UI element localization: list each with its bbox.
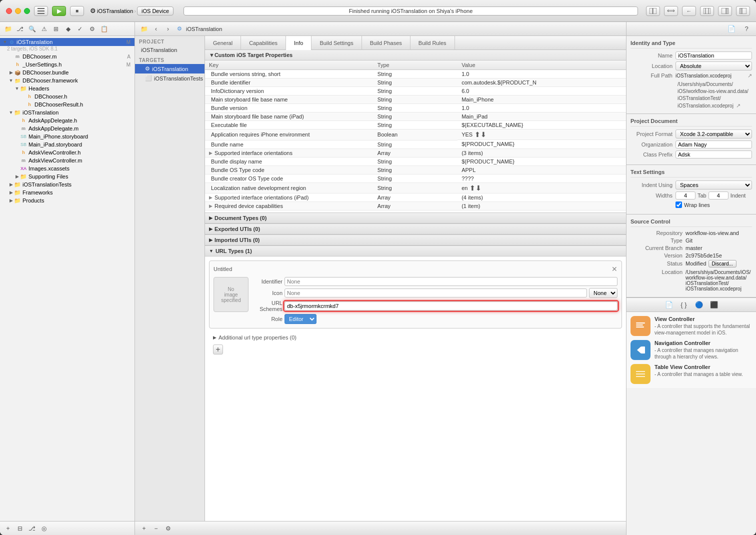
table-row[interactable]: Bundle creator OS Type code String ???? (205, 174, 626, 182)
wrap-checkbox[interactable] (676, 202, 682, 208)
close-button[interactable] (6, 8, 12, 14)
plist-section-header[interactable]: ▼ Custom iOS Target Properties (205, 50, 626, 60)
table-row[interactable]: InfoDictionary version String 6.0 (205, 87, 626, 96)
url-image-box[interactable]: No image specified (214, 277, 248, 312)
prop-value-4[interactable]: 1.0 (458, 104, 626, 112)
back-button[interactable]: ← (682, 6, 696, 16)
role-select[interactable]: Editor Viewer None (284, 314, 316, 324)
url-schemes-input[interactable] (284, 302, 618, 310)
remove-bottom-button[interactable]: − (151, 524, 161, 533)
prop-value-2[interactable]: 6.0 (458, 87, 626, 96)
prop-value-1[interactable]: com.autodesk.${PRODUCT_N (458, 78, 626, 87)
tree-item-root[interactable]: ⚙ iOSTranslation M (0, 38, 134, 46)
prop-value-0[interactable]: 1.0 (458, 70, 626, 78)
target-iostranslation[interactable]: ⚙ iOSTranslation (135, 64, 204, 74)
forward-nav-button[interactable]: › (163, 24, 173, 34)
rs-tab-quick-help[interactable]: ? (741, 24, 752, 34)
sidebar-toggle-button[interactable] (34, 6, 48, 16)
name-input[interactable] (676, 52, 752, 60)
debug-nav[interactable]: ⚙ (87, 24, 97, 34)
org-input[interactable] (676, 140, 752, 148)
rs-tab-file[interactable]: 📄 (726, 24, 737, 34)
minimize-button[interactable] (15, 8, 21, 14)
tree-item-dbchooserm[interactable]: m DBChooser.m A (0, 52, 134, 60)
prop-value-8[interactable]: ${PRODUCT_NAME} (458, 140, 626, 148)
add-bottom-button[interactable]: + (139, 524, 149, 533)
prefix-input[interactable] (676, 150, 752, 158)
tree-item-dbchooserresult[interactable]: h DBChooserResult.h (0, 100, 134, 108)
tab-build-phases[interactable]: Build Phases (362, 36, 410, 50)
library-tab-code[interactable]: { } (678, 300, 690, 310)
imported-utis-header[interactable]: ▶ Imported UTIs (0) (205, 234, 626, 246)
table-row[interactable]: Bundle OS Type code String APPL (205, 166, 626, 174)
prop-expand-14[interactable]: ▶ (209, 195, 212, 200)
table-row[interactable]: Bundle versions string, short String 1.0 (205, 70, 626, 78)
filter-button[interactable]: ⊟ (15, 524, 25, 533)
reveal-icon-2[interactable]: ↗ (736, 102, 740, 108)
tree-item-adskviewcontroller-h[interactable]: h AdskViewController.h (0, 148, 134, 156)
tree-item-iostranslationtests[interactable]: 📁 iOSTranslationTests (0, 180, 134, 188)
add-file-button[interactable]: + (3, 524, 13, 533)
location-select[interactable]: Absolute Relative (676, 62, 752, 70)
project-nav-iostranslation[interactable]: iOSTranslation (135, 46, 204, 54)
prop-value-10[interactable]: ${PRODUCT_NAME} (458, 157, 626, 166)
tab-build-settings[interactable]: Build Settings (312, 36, 362, 50)
warning-nav[interactable]: ⚠ (39, 24, 49, 34)
tree-item-usersettings[interactable]: h _UserSettings.h M (0, 60, 134, 68)
discard-button[interactable]: Discard... (708, 260, 736, 268)
tree-item-iostranslation-folder[interactable]: 📁 iOSTranslation (0, 108, 134, 116)
tree-item-adskappdelegate-h[interactable]: h AdskAppDelegate.h (0, 116, 134, 124)
reveal-button[interactable]: ◎ (39, 524, 49, 533)
table-row[interactable]: ▶Supported interface orientations (iPad)… (205, 194, 626, 202)
url-types-header[interactable]: ▼ URL Types (1) (205, 246, 626, 256)
prop-expand-9[interactable]: ▶ (209, 150, 212, 156)
folder-icon-nav[interactable]: 📁 (3, 24, 13, 34)
tree-item-xcassets[interactable]: XA Images.xcassets (0, 164, 134, 172)
format-select[interactable]: Xcode 3.2-compatible (676, 130, 752, 138)
utilities-button[interactable] (736, 6, 750, 16)
tab-info[interactable]: Info (286, 36, 312, 50)
tree-item-adskviewcontroller-m[interactable]: m AdskViewController.m (0, 156, 134, 164)
tab-general[interactable]: General (205, 36, 241, 50)
prop-value-5[interactable]: Main_iPad (458, 112, 626, 121)
prop-value-3[interactable]: Main_iPhone (458, 96, 626, 104)
icon-input[interactable] (284, 288, 587, 298)
reveal-icon[interactable]: ↗ (748, 72, 752, 79)
tab-build-rules[interactable]: Build Rules (410, 36, 455, 50)
table-row[interactable]: ▶Supported interface orientations Array … (205, 148, 626, 157)
doc-types-header[interactable]: ▶ Document Types (0) (205, 212, 626, 224)
prop-value-7[interactable]: YES ⬆⬇ (458, 130, 626, 140)
prop-value-6[interactable]: ${EXECUTABLE_NAME} (458, 121, 626, 130)
table-row[interactable]: Bundle name String ${PRODUCT_NAME} (205, 140, 626, 148)
editor-toggle-button[interactable] (646, 6, 660, 16)
tree-item-frameworks[interactable]: 📁 Frameworks (0, 188, 134, 196)
identifier-input[interactable] (284, 277, 618, 286)
tree-item-headers[interactable]: 📁 Headers (0, 84, 134, 92)
table-row[interactable]: ▶Required device capabilities Array (1 i… (205, 202, 626, 210)
stop-button[interactable]: ■ (70, 6, 84, 16)
additional-props[interactable]: ▶ Additional url type properties (0) (209, 332, 622, 342)
tab-width-input[interactable] (676, 192, 696, 200)
test-nav[interactable]: ✓ (75, 24, 85, 34)
scm-button[interactable]: ⎇ (27, 524, 37, 533)
target-iostranslationtests[interactable]: ⬜ iOSTranslationTests (135, 74, 204, 83)
tree-item-adskappdelegate-m[interactable]: m AdskAppDelegate.m (0, 124, 134, 132)
tree-item-dbchooserh[interactable]: h DBChooser.h (0, 92, 134, 100)
library-tab-file[interactable]: 📄 (664, 300, 674, 310)
indent-using-select[interactable]: Spaces Tabs (676, 180, 752, 190)
tree-item-dbchooserfw[interactable]: 📁 DBChooser.framework (0, 76, 134, 84)
prop-value-13[interactable]: en ⬆⬇ (458, 183, 626, 194)
search-nav[interactable]: 🔍 (27, 24, 37, 34)
exported-utis-header[interactable]: ▶ Exported UTIs (0) (205, 224, 626, 234)
tree-item-dbchooserbundle[interactable]: 📦 DBChooser.bundle (0, 68, 134, 76)
indent-width-input[interactable] (708, 192, 728, 200)
table-row[interactable]: Main storyboard file base name String Ma… (205, 96, 626, 104)
back-nav-button[interactable]: ‹ (151, 24, 161, 34)
table-row[interactable]: Bundle identifier String com.autodesk.${… (205, 78, 626, 87)
settings-bottom-button[interactable]: ⚙ (163, 524, 173, 533)
navigator-button[interactable] (718, 6, 732, 16)
tab-capabilities[interactable]: Capabilities (241, 36, 286, 50)
maximize-button[interactable] (24, 8, 30, 14)
prop-value-11[interactable]: APPL (458, 166, 626, 174)
file-navigator-button[interactable]: 📁 (139, 24, 149, 34)
